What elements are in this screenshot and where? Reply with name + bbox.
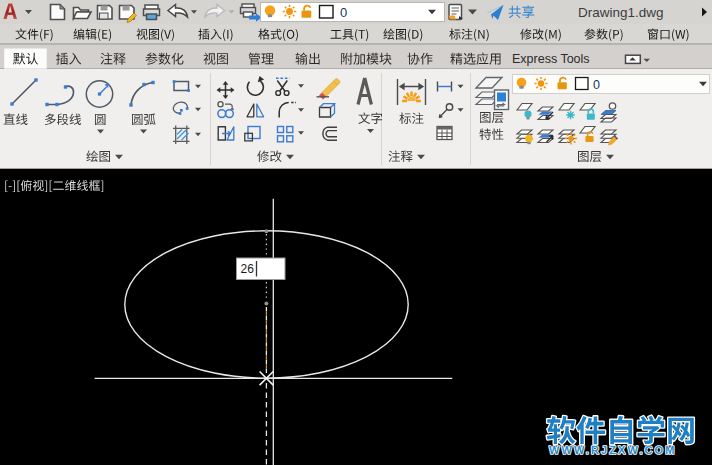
svg-text:Drawing1.dwg: Drawing1.dwg [578,5,664,20]
svg-text:Express Tools: Express Tools [512,52,590,66]
svg-text:0: 0 [340,5,347,20]
svg-text:WWW.RJZXW.COM: WWW.RJZXW.COM [549,444,677,456]
svg-text:0: 0 [593,78,600,92]
svg-text:26: 26 [241,262,255,276]
